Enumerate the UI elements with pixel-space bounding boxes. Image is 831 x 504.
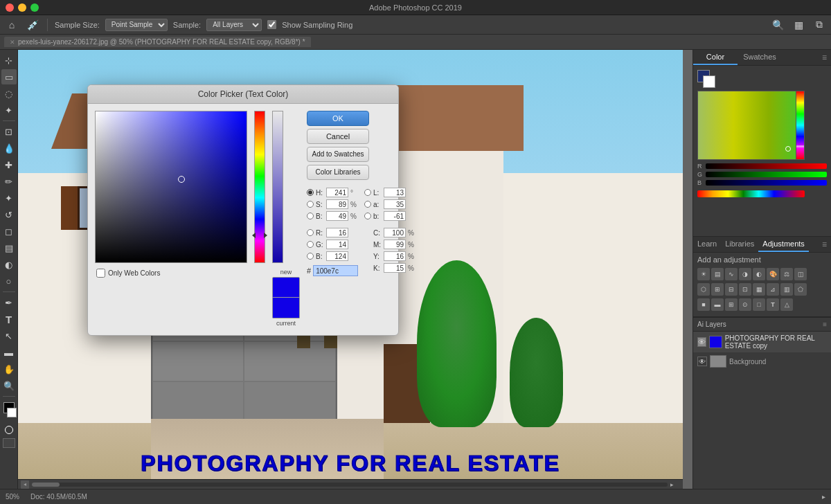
blab-radio[interactable] xyxy=(364,213,371,219)
crop-tool[interactable]: ⊡ xyxy=(1,124,17,139)
shape-tool[interactable]: ▬ xyxy=(1,345,17,360)
pen-tool[interactable]: ✒ xyxy=(1,295,17,310)
hue-slider[interactable] xyxy=(254,111,265,263)
document-tab[interactable]: ✕ pexels-luis-yanez-206172.jpg @ 50% (PH… xyxy=(4,37,311,47)
close-button[interactable] xyxy=(6,3,14,12)
layer-name-2[interactable]: Background xyxy=(729,358,766,366)
minimize-button[interactable] xyxy=(18,3,26,12)
sample-size-select[interactable]: Point Sample xyxy=(105,19,168,31)
tab-libraries[interactable]: Libraries xyxy=(721,237,758,252)
k-input[interactable] xyxy=(384,263,406,273)
tab-close-icon[interactable]: ✕ xyxy=(10,39,15,46)
type-tool[interactable]: T xyxy=(1,312,17,327)
move-tool[interactable]: ⊹ xyxy=(1,53,17,68)
healing-brush-tool[interactable]: ✚ xyxy=(1,157,17,172)
brightness-contrast-icon[interactable]: ☀ xyxy=(697,268,710,280)
selection-tool[interactable]: ▭ xyxy=(1,69,17,84)
scroll-thumb-h[interactable] xyxy=(32,483,60,487)
show-sampling-ring-checkbox[interactable] xyxy=(267,20,276,29)
gradient-tool[interactable]: ▤ xyxy=(1,240,17,255)
r-radio[interactable] xyxy=(307,229,314,236)
layer-name[interactable]: PHOTOGRAPHY FOR REAL ESTATE copy xyxy=(725,334,827,350)
layer-item-1[interactable]: 👁 PHOTOGRAPHY FOR REAL ESTATE copy xyxy=(693,332,831,352)
y-input[interactable] xyxy=(384,251,406,261)
r-input[interactable] xyxy=(326,228,348,237)
gradient-map-icon[interactable]: ▥ xyxy=(780,283,793,296)
scroll-left-btn[interactable]: ◂ xyxy=(21,480,29,489)
grid-icon[interactable]: ▦ xyxy=(791,17,806,33)
color-swatches[interactable] xyxy=(1,402,17,423)
r-slider-track[interactable] xyxy=(706,163,827,169)
sample-value-select[interactable]: All Layers xyxy=(206,19,262,31)
color-gradient-display[interactable] xyxy=(697,91,805,160)
tab-learn[interactable]: Learn xyxy=(693,237,721,252)
history-brush-tool[interactable]: ↺ xyxy=(1,207,17,222)
cancel-button[interactable]: Cancel xyxy=(307,129,369,144)
magic-wand-tool[interactable]: ✦ xyxy=(1,102,17,118)
exposure-icon[interactable]: ◑ xyxy=(739,268,751,280)
opacity-slider[interactable] xyxy=(272,111,283,263)
type-layer-icon[interactable]: T xyxy=(767,298,779,311)
a-radio[interactable] xyxy=(364,201,371,208)
eyedropper-icon[interactable]: 💉 xyxy=(25,17,40,33)
adj-panel-menu[interactable]: ≡ xyxy=(818,237,831,252)
hue-strip-small[interactable] xyxy=(796,91,804,159)
pattern-icon[interactable]: ⊞ xyxy=(725,298,738,311)
posterize-icon[interactable]: ▦ xyxy=(753,283,765,296)
l-radio[interactable] xyxy=(364,189,371,196)
b-slider-track[interactable] xyxy=(706,180,827,186)
eraser-tool[interactable]: ◻ xyxy=(1,224,17,239)
curves-icon[interactable]: ∿ xyxy=(725,268,738,280)
g-input[interactable] xyxy=(326,240,348,249)
eyedropper-tool[interactable]: 💧 xyxy=(1,141,17,156)
smart-object-icon[interactable]: ⊙ xyxy=(739,298,751,311)
layer-vis-icon-2[interactable]: 👁 xyxy=(697,357,707,366)
gradient-picker-cursor[interactable] xyxy=(178,176,185,183)
brush-tool[interactable]: ✏ xyxy=(1,174,17,189)
selective-color-icon[interactable]: ⬠ xyxy=(794,283,807,296)
color-libraries-button[interactable]: Color Libraries xyxy=(307,165,369,180)
background-color[interactable] xyxy=(7,408,17,417)
blab-input[interactable] xyxy=(384,211,406,221)
fg-bg-boxes[interactable] xyxy=(697,70,715,88)
screen-mode[interactable] xyxy=(3,438,15,448)
g-radio[interactable] xyxy=(307,241,314,248)
canvas-scrollbar-h[interactable]: ◂ ▸ xyxy=(18,479,683,489)
invert-icon[interactable]: ⊡ xyxy=(739,283,751,296)
color-lookup-icon[interactable]: ⊟ xyxy=(725,283,738,296)
shape-layer-icon[interactable]: △ xyxy=(780,298,793,311)
a-input[interactable] xyxy=(384,199,406,209)
tab-color[interactable]: Color xyxy=(693,50,738,65)
c-input[interactable] xyxy=(384,228,406,237)
color-cursor-small[interactable] xyxy=(785,146,791,152)
levels-icon[interactable]: ▤ xyxy=(711,268,724,280)
bw-icon[interactable]: ◫ xyxy=(794,268,807,280)
add-to-swatches-button[interactable]: Add to Swatches xyxy=(307,147,369,162)
h-radio[interactable] xyxy=(307,189,314,196)
search-icon[interactable]: 🔍 xyxy=(770,17,785,33)
lasso-tool[interactable]: ◌ xyxy=(1,86,17,101)
zoom-tool[interactable]: 🔍 xyxy=(1,378,17,393)
photo-filter-icon[interactable]: ⬡ xyxy=(697,283,710,296)
g-slider-track[interactable] xyxy=(706,172,827,177)
color-balance-icon[interactable]: ⚖ xyxy=(780,268,793,280)
layer-item-2[interactable]: 👁 Background xyxy=(693,352,831,370)
ok-button[interactable]: OK xyxy=(307,111,369,126)
threshold-icon[interactable]: ⊿ xyxy=(767,283,779,296)
layer-vis-icon[interactable]: 👁 xyxy=(697,337,706,347)
path-selection-tool[interactable]: ↖ xyxy=(1,328,17,343)
h-input[interactable] xyxy=(326,188,348,197)
blur-tool[interactable]: ◐ xyxy=(1,257,17,272)
arrange-icon[interactable]: ⧉ xyxy=(812,17,827,33)
channel-mixer-icon[interactable]: ⊞ xyxy=(711,283,724,296)
b-input[interactable] xyxy=(326,211,348,221)
color-panel-menu[interactable]: ≡ xyxy=(818,50,831,65)
maximize-button[interactable] xyxy=(30,3,39,12)
layers-panel-icon[interactable]: ≡ xyxy=(823,321,827,328)
home-icon[interactable]: ⌂ xyxy=(4,17,19,33)
l-input[interactable] xyxy=(384,188,406,197)
only-web-colors-checkbox[interactable] xyxy=(96,269,105,278)
dodge-tool[interactable]: ○ xyxy=(1,273,17,289)
tab-swatches[interactable]: Swatches xyxy=(738,50,782,65)
hand-tool[interactable]: ✋ xyxy=(1,361,17,377)
